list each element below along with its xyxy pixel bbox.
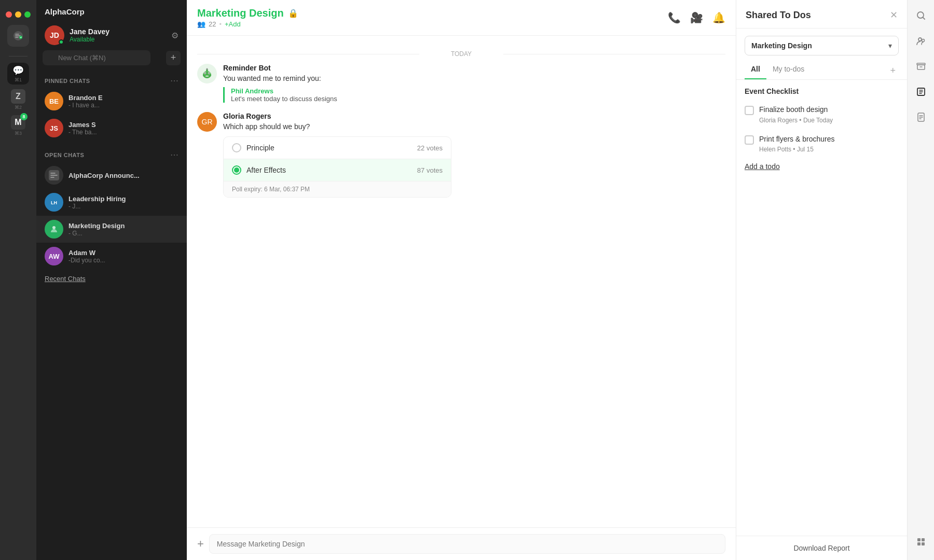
poll-radio-aftereffects[interactable] [232,165,241,175]
poll-option-principle[interactable]: Principle 22 votes [224,137,451,159]
notification-icon[interactable]: 🔔 [712,11,725,24]
svg-point-12 [209,73,210,74]
chat-preview-marketing: - G... [68,230,125,237]
pinned-chats-more[interactable]: ⋯ [170,76,178,86]
svg-point-15 [207,68,208,70]
chat-item-james[interactable]: JS James S - The ba... [36,115,187,142]
open-chats-title: OPEN CHATS [45,152,84,158]
user-name: Jane Davey [70,27,166,36]
right-rail-search-icon[interactable] [913,7,929,26]
svg-point-6 [52,226,56,229]
search-wrap: 🔍 [43,50,162,65]
right-rail-checklist-icon[interactable] [913,83,929,103]
poll-option-aftereffects[interactable]: After Effects 87 votes [224,159,451,181]
todo-content-1: Finalize booth design Gloria Rogers • Du… [759,105,883,124]
status-dot [59,39,64,45]
recent-chats-link[interactable]: Recent Chats [36,270,187,288]
poll-votes-aftereffects: 87 votes [417,166,443,174]
pinned-chats-title: PINNED CHATS [45,78,90,84]
todos-close-button[interactable]: ✕ [890,9,898,21]
maximize-window-button[interactable] [24,11,31,18]
chat-header: Marketing Design 🔒 👥 22 • +Add 📞 🎥 🔔 [187,0,736,36]
open-chats-more[interactable]: ⋯ [170,150,178,160]
chat-info-adam: Adam W -Did you co... [68,249,105,264]
poll-radio-principle[interactable] [232,143,241,152]
chat-title: Marketing Design [197,7,284,19]
sidebar-item-z[interactable]: Z ⌘2 [7,89,29,110]
todo-checkbox-1[interactable] [745,106,754,115]
chat-item-alphacorp[interactable]: AlphaCorp Announc... [36,162,187,189]
search-row: 🔍 + [36,50,187,73]
todo-meta-2: Helen Potts • Jul 15 [759,146,883,153]
pinned-chats-header: PINNED CHATS ⋯ [36,73,187,88]
minimize-window-button[interactable] [15,11,21,18]
tab-my-todos[interactable]: My to-dos [766,62,811,79]
settings-button[interactable]: ⚙ [171,31,178,40]
svg-point-1 [19,36,22,39]
chat-item-marketing[interactable]: Marketing Design - G... [36,216,187,243]
poll-container: Principle 22 votes After Effects 87 vote… [223,136,451,198]
sidebar-item-m[interactable]: M 8 ⌘3 [7,115,29,136]
todos-dropdown-label: Marketing Design [751,41,812,50]
open-chats-header: OPEN CHATS ⋯ [36,147,187,162]
chat-avatar-marketing [45,220,63,239]
member-icon: 👥 [197,20,205,28]
add-tab-button[interactable]: + [887,62,899,79]
new-chat-button[interactable]: + [166,51,181,65]
user-info: Jane Davey Available [70,27,166,43]
chat-avatar-leadership: LH [45,193,63,212]
bot-message-content: Reminder Bot You wanted me to remind you… [223,64,725,104]
chat-info-leadership: Leadership Hiring - J... [68,195,126,210]
chat-item-adam[interactable]: AW Adam W -Did you co... [36,243,187,270]
right-rail-grid-icon[interactable] [913,534,929,553]
right-rail-notes-icon[interactable] [913,109,929,128]
chat-avatar-james: JS [45,119,63,137]
todos-footer: Download Report [736,536,907,560]
chat-item-brandon[interactable]: BE Brandon E - I have a... [36,88,187,115]
poll-expiry: Poll expiry: 6 Mar, 06:37 PM [224,181,451,197]
chat-name-adam: Adam W [68,249,105,257]
poll-votes-principle: 22 votes [417,144,443,152]
video-call-icon[interactable]: 🎥 [690,11,703,24]
icon-rail: 💬 ⌘1 Z ⌘2 M 8 ⌘3 [0,0,36,560]
sidebar-item-chat[interactable]: 💬 ⌘1 [7,63,29,85]
notification-badge: 8 [20,113,28,120]
attach-button[interactable]: + [197,537,204,551]
quoted-author: Phil Andrews [231,87,725,95]
avatar-wrap: JD [45,25,64,45]
todo-checkbox-2[interactable] [745,135,754,145]
svg-rect-28 [922,542,925,545]
chat-name-brandon: Brandon E [68,94,103,102]
chat-name-marketing: Marketing Design [68,222,125,230]
svg-rect-17 [210,74,211,76]
voice-call-icon[interactable]: 📞 [668,11,681,24]
shortcut-label-2: ⌘2 [15,105,22,110]
chat-title-section: Marketing Design 🔒 👥 22 • +Add [197,7,298,28]
chat-name-alphacorp: AlphaCorp Announc... [68,172,140,179]
member-count: 22 [209,20,216,28]
close-window-button[interactable] [6,11,12,18]
todos-channel-dropdown[interactable]: Marketing Design ▾ [745,36,899,55]
download-report-button[interactable]: Download Report [793,544,849,552]
search-input[interactable] [43,50,150,65]
chat-meta: 👥 22 • +Add [197,20,298,28]
tab-all[interactable]: All [745,62,766,79]
svg-rect-27 [917,542,921,545]
right-rail-archive-icon[interactable] [913,58,929,77]
message-input[interactable] [209,534,725,554]
user-status: Available [70,36,166,43]
todo-text-1: Finalize booth design [759,105,883,115]
dropdown-arrow-icon: ▾ [888,41,892,50]
svg-point-20 [922,39,924,42]
chat-avatar-adam: AW [45,247,63,265]
chat-preview-brandon: - I have a... [68,102,103,109]
right-rail-contacts-icon[interactable] [913,33,929,52]
chat-item-leadership[interactable]: LH Leadership Hiring - J... [36,189,187,216]
add-member-button[interactable]: +Add [225,20,241,28]
window-controls [0,6,38,18]
lock-icon: 🔒 [288,8,298,18]
message-input-area: + [187,527,736,560]
chat-title-area: Marketing Design 🔒 [197,7,298,19]
add-todo-link[interactable]: Add a todo [736,158,907,175]
dot-separator: • [219,20,222,28]
